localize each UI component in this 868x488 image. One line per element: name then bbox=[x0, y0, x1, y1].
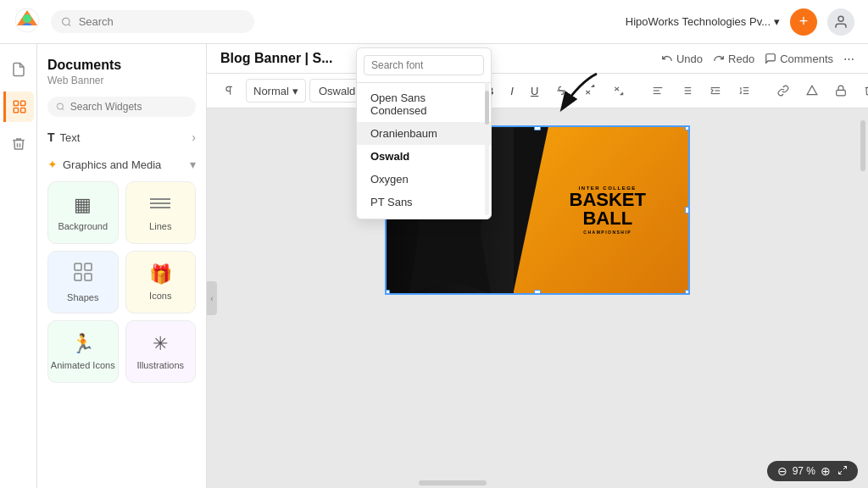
paragraph-style-dropdown[interactable]: Normal ▾ bbox=[246, 79, 306, 103]
svg-point-2 bbox=[63, 18, 70, 25]
numbered-list-button[interactable] bbox=[732, 79, 757, 103]
chevron-down-icon: ▾ bbox=[190, 158, 196, 171]
animated-icons-icon: 🏃 bbox=[71, 333, 94, 355]
global-search[interactable] bbox=[51, 10, 254, 33]
svg-line-10 bbox=[62, 108, 64, 110]
lock-button[interactable] bbox=[828, 79, 854, 103]
widget-illustrations[interactable]: ✳ Illustrations bbox=[125, 320, 197, 383]
section-text-label: T Text bbox=[47, 130, 80, 144]
user-avatar[interactable] bbox=[827, 8, 854, 36]
section-text[interactable]: T Text › bbox=[47, 130, 196, 144]
content-area: Blog Banner | S... Undo Redo bbox=[207, 44, 868, 488]
svg-marker-38 bbox=[807, 86, 817, 95]
list-button[interactable] bbox=[674, 79, 699, 103]
nav-right: HipoWorks Technologies Pv... ▾ + bbox=[626, 8, 854, 36]
align-left-button[interactable] bbox=[645, 79, 670, 103]
icons-icon: 🎁 bbox=[149, 263, 172, 286]
widget-animated-icons[interactable]: 🏃 Animated Icons bbox=[47, 320, 119, 383]
font-item-oranienbaum[interactable]: Oranienbaum bbox=[357, 122, 491, 145]
widget-grid: ▦ Background Lines Shapes bbox=[47, 181, 196, 383]
shape-button[interactable] bbox=[799, 79, 825, 103]
selection-handle-mr[interactable] bbox=[685, 207, 690, 214]
font-dropdown: Open Sans Condensed Oranienbaum Oswald O… bbox=[356, 47, 492, 219]
icon-sidebar bbox=[0, 44, 37, 488]
sidebar-item-page[interactable] bbox=[3, 54, 34, 85]
doc-actions: Undo Redo Comments ⋯ bbox=[661, 53, 854, 65]
selection-handle-tm[interactable] bbox=[534, 125, 541, 130]
superscript-button[interactable] bbox=[577, 79, 603, 103]
chevron-right-icon: › bbox=[192, 130, 196, 144]
selection-handle-br[interactable] bbox=[685, 290, 690, 295]
redo-button[interactable]: Redo bbox=[713, 53, 754, 65]
italic-button[interactable]: I bbox=[504, 79, 520, 103]
indent-button[interactable] bbox=[703, 79, 728, 103]
widget-shapes[interactable]: Shapes bbox=[47, 251, 119, 313]
font-item-oswald[interactable]: Oswald bbox=[357, 145, 491, 168]
font-search-box bbox=[357, 48, 491, 83]
svg-line-42 bbox=[843, 467, 847, 470]
app-logo[interactable] bbox=[14, 7, 41, 37]
lines-icon bbox=[150, 194, 170, 216]
underline-button[interactable]: U bbox=[524, 79, 545, 103]
chevron-down-icon: ▾ bbox=[292, 85, 298, 97]
doc-title: Blog Banner | S... bbox=[220, 51, 333, 66]
more-options-button[interactable]: ⋯ bbox=[843, 53, 854, 65]
svg-rect-15 bbox=[85, 263, 92, 270]
font-item-pt-serif[interactable]: PT Serif bbox=[357, 214, 491, 219]
company-name[interactable]: HipoWorks Technologies Pv... ▾ bbox=[626, 15, 780, 28]
selection-handle-bm[interactable] bbox=[534, 290, 541, 295]
font-list: Open Sans Condensed Oranienbaum Oswald O… bbox=[357, 83, 491, 219]
widget-search-input[interactable] bbox=[70, 101, 187, 113]
section-graphics-label: ✦ Graphics and Media bbox=[47, 158, 161, 171]
svg-point-1 bbox=[23, 14, 31, 23]
svg-rect-5 bbox=[14, 101, 18, 105]
new-button[interactable]: + bbox=[790, 8, 817, 36]
svg-rect-7 bbox=[14, 108, 18, 113]
sidebar-item-trash[interactable] bbox=[3, 129, 34, 159]
svg-rect-6 bbox=[21, 101, 25, 105]
illustrations-icon: ✳ bbox=[153, 333, 168, 355]
shapes-icon bbox=[73, 262, 93, 287]
chevron-down-icon: ▾ bbox=[774, 15, 780, 28]
font-item-pt-sans[interactable]: PT Sans bbox=[357, 191, 491, 214]
widget-background[interactable]: ▦ Background bbox=[47, 181, 119, 244]
vertical-scrollbar[interactable] bbox=[860, 108, 866, 488]
zoom-out-button[interactable]: ⊖ bbox=[776, 464, 789, 478]
zoom-in-button[interactable]: ⊕ bbox=[819, 464, 832, 478]
svg-rect-39 bbox=[837, 90, 846, 95]
undo-button[interactable]: Undo bbox=[661, 53, 703, 65]
font-search-input[interactable] bbox=[364, 55, 484, 75]
comments-button[interactable]: Comments bbox=[765, 53, 833, 65]
zoom-level: 97 % bbox=[793, 465, 815, 477]
selection-handle-tr[interactable] bbox=[685, 125, 690, 130]
banner-line3: BALL bbox=[582, 209, 632, 228]
link-button[interactable] bbox=[771, 79, 796, 103]
subscript-button[interactable] bbox=[606, 79, 632, 103]
banner-line2: BASKET bbox=[570, 191, 646, 209]
search-input[interactable] bbox=[79, 15, 244, 28]
sidebar-item-active[interactable] bbox=[3, 92, 34, 122]
svg-line-3 bbox=[69, 24, 70, 25]
horizontal-scrollbar[interactable] bbox=[207, 480, 868, 486]
panel-collapse-handle[interactable]: ‹ bbox=[207, 281, 217, 315]
banner-line4: CHAMPIONSHIP bbox=[583, 230, 632, 235]
font-item-open-sans-condensed[interactable]: Open Sans Condensed bbox=[357, 86, 491, 122]
svg-rect-17 bbox=[85, 274, 92, 280]
fullscreen-button[interactable] bbox=[836, 464, 849, 478]
format-toolbar: Normal ▾ Oswald ▾ 60 ▾ bbox=[207, 74, 868, 108]
font-item-oxygen[interactable]: Oxygen bbox=[357, 168, 491, 191]
selection-handle-bl[interactable] bbox=[385, 290, 390, 295]
svg-point-4 bbox=[838, 16, 843, 21]
section-graphics[interactable]: ✦ Graphics and Media ▾ bbox=[47, 158, 196, 171]
widget-search[interactable] bbox=[47, 97, 196, 117]
widget-lines[interactable]: Lines bbox=[125, 181, 197, 244]
zoom-controls: ⊖ 97 % ⊕ bbox=[767, 461, 858, 481]
widget-icons[interactable]: 🎁 Icons bbox=[125, 251, 197, 313]
svg-rect-14 bbox=[75, 263, 81, 270]
paragraph-icon-btn[interactable] bbox=[217, 79, 242, 103]
left-panel: Documents Web Banner T Text › ✦ Graphics… bbox=[37, 44, 207, 488]
panel-subtitle: Web Banner bbox=[47, 75, 196, 86]
navbar: HipoWorks Technologies Pv... ▾ + bbox=[0, 0, 868, 44]
strikethrough-button[interactable] bbox=[548, 79, 574, 103]
delete-button[interactable] bbox=[857, 79, 868, 103]
